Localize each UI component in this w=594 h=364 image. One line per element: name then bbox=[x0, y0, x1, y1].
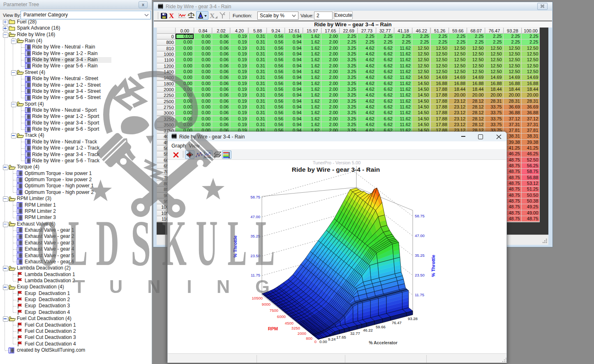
svg-text:93.28: 93.28 bbox=[408, 316, 418, 321]
svg-text:9000: 9000 bbox=[262, 302, 270, 306]
svg-text:% Throttle: % Throttle bbox=[233, 235, 238, 258]
svg-text:47.00: 47.00 bbox=[250, 214, 260, 219]
svg-text:58.75: 58.75 bbox=[415, 214, 425, 218]
svg-text:RPM: RPM bbox=[268, 326, 278, 331]
svg-text:76.47: 76.47 bbox=[392, 320, 402, 325]
svg-text:35.25: 35.25 bbox=[415, 253, 425, 258]
svg-text:2000: 2000 bbox=[298, 331, 306, 336]
svg-text:11.75: 11.75 bbox=[415, 293, 424, 297]
svg-text:35.25: 35.25 bbox=[250, 234, 260, 238]
svg-text:TunerPro - Version 5.00: TunerPro - Version 5.00 bbox=[313, 160, 361, 165]
svg-text:7500: 7500 bbox=[270, 308, 278, 313]
svg-text:% Throttle: % Throttle bbox=[431, 255, 436, 277]
svg-text:4500: 4500 bbox=[285, 321, 294, 325]
svg-text:0: 0 bbox=[314, 339, 317, 344]
svg-text:46.22: 46.22 bbox=[363, 328, 373, 332]
svg-text:23.50: 23.50 bbox=[250, 253, 260, 258]
svg-text:% Accelerator: % Accelerator bbox=[369, 340, 398, 345]
svg-text:11.75: 11.75 bbox=[251, 273, 260, 277]
svg-text:17.65: 17.65 bbox=[336, 335, 346, 339]
svg-text:Ride by Wire - gear 3-4 - Rain: Ride by Wire - gear 3-4 - Rain bbox=[292, 166, 380, 173]
svg-text:10500: 10500 bbox=[252, 296, 263, 300]
svg-text:47.00: 47.00 bbox=[415, 233, 425, 238]
svg-text:9.24: 9.24 bbox=[328, 337, 336, 341]
svg-text:6000: 6000 bbox=[277, 314, 286, 319]
svg-text:800: 800 bbox=[306, 336, 312, 341]
svg-text:3250: 3250 bbox=[291, 326, 300, 330]
svg-text:32.77: 32.77 bbox=[350, 331, 360, 336]
svg-text:59.66: 59.66 bbox=[376, 325, 386, 329]
svg-text:58.75: 58.75 bbox=[250, 195, 260, 199]
svg-text:0.00: 0.00 bbox=[319, 339, 327, 344]
svg-text:23.50: 23.50 bbox=[415, 273, 425, 277]
